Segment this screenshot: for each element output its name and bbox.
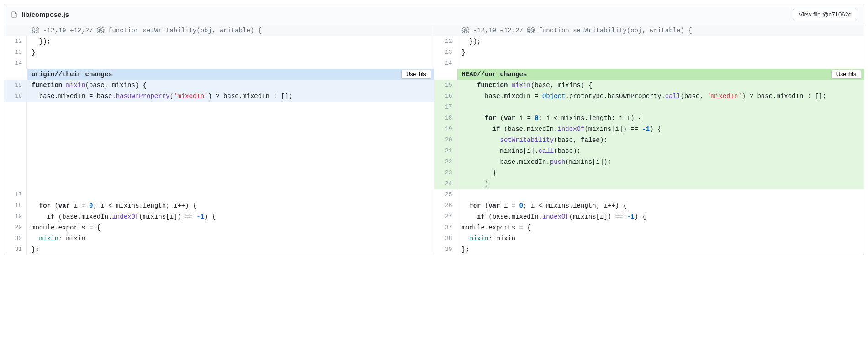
diff-row: 19 if (base.mixedIn.indexOf(mixins[i]) =… (4, 211, 434, 222)
code-cell: } (27, 47, 434, 58)
line-number: 31 (4, 244, 27, 255)
code-cell: } (457, 167, 864, 178)
line-number (434, 25, 457, 36)
code-cell (457, 189, 864, 200)
line-number: 22 (434, 156, 457, 167)
code-cell (27, 124, 434, 135)
line-number: 25 (434, 189, 457, 200)
line-number: 12 (4, 36, 27, 47)
code-cell (27, 102, 434, 113)
diff-row (4, 178, 434, 189)
code-cell (27, 135, 434, 146)
code-cell: for (var i = 0; i < mixins.length; i++) … (27, 200, 434, 211)
line-number: 19 (434, 124, 457, 135)
view-file-button[interactable]: View file @e71062d (793, 9, 857, 20)
code-cell: function mixin(base, mixins) { (457, 80, 864, 91)
diff-row: 18 for (var i = 0; i < mixins.length; i+… (4, 200, 434, 211)
line-number (4, 178, 27, 189)
diff-row: 16 base.mixedIn = Object.prototype.hasOw… (434, 91, 864, 102)
code-cell: module.exports = { (27, 222, 434, 233)
code-cell (27, 178, 434, 189)
diff-row: 26 for (var i = 0; i < mixins.length; i+… (434, 200, 864, 211)
code-cell: @@ -12,19 +12,27 @@ function setWritabil… (27, 25, 434, 36)
code-cell: for (var i = 0; i < mixins.length; i++) … (457, 113, 864, 124)
code-cell: if (base.mixedIn.indexOf(mixins[i]) == -… (27, 211, 434, 222)
line-number: 18 (434, 113, 457, 124)
code-cell: setWritability(base, false); (457, 135, 864, 146)
line-number (4, 156, 27, 167)
diff-side-right: @@ -12,19 +12,27 @@ function setWritabil… (434, 25, 864, 255)
diff-row: 24 } (434, 178, 864, 189)
file-icon (11, 11, 18, 18)
code-cell: } (457, 178, 864, 189)
line-number (4, 146, 27, 156)
code-cell: base.mixedIn = base.hasOwnProperty('mixe… (27, 91, 434, 102)
line-number: 15 (434, 80, 457, 91)
line-number: 13 (434, 47, 457, 58)
code-cell (27, 146, 434, 156)
line-number: 30 (4, 233, 27, 244)
line-number: 16 (4, 91, 27, 102)
code-cell: }; (27, 244, 434, 255)
use-this-button[interactable]: Use this (401, 70, 431, 79)
diff-row: @@ -12,19 +12,27 @@ function setWritabil… (4, 25, 434, 36)
diff-row: 14 (4, 58, 434, 69)
diff-row: 12 }); (4, 36, 434, 47)
line-number: 15 (4, 80, 27, 91)
code-cell: @@ -12,19 +12,27 @@ function setWritabil… (457, 25, 864, 36)
code-cell: mixins[i].call(base); (457, 146, 864, 156)
diff-row: 18 for (var i = 0; i < mixins.length; i+… (434, 113, 864, 124)
line-number: 39 (434, 244, 457, 255)
diff-row: 12 }); (434, 36, 864, 47)
line-number (4, 167, 27, 178)
line-number: 14 (434, 58, 457, 69)
code-cell: mixin: mixin (457, 233, 864, 244)
code-cell: base.mixedIn = Object.prototype.hasOwnPr… (457, 91, 864, 102)
line-number: 13 (4, 47, 27, 58)
code-cell: if (base.mixedIn.indexOf(mixins[i]) == -… (457, 124, 864, 135)
diff-row: 38 mixin: mixin (434, 233, 864, 244)
use-this-button[interactable]: Use this (831, 70, 861, 79)
line-number: 29 (4, 222, 27, 233)
diff-row: 14 (434, 58, 864, 69)
code-cell: } (457, 47, 864, 58)
line-number: 38 (434, 233, 457, 244)
diff-row: @@ -12,19 +12,27 @@ function setWritabil… (434, 25, 864, 36)
line-number: 26 (434, 200, 457, 211)
code-cell: function mixin(base, mixins) { (27, 80, 434, 91)
line-number: 16 (434, 91, 457, 102)
line-number: 18 (4, 200, 27, 211)
diff-row: 17 (4, 189, 434, 200)
code-cell: }; (457, 244, 864, 255)
diff-row: 25 (434, 189, 864, 200)
line-number: 24 (434, 178, 457, 189)
diff-row: 15 function mixin(base, mixins) { (434, 80, 864, 91)
file-path: lib/compose.js (21, 10, 69, 18)
line-number: 23 (434, 167, 457, 178)
diff-row: HEAD//our changesUse this (434, 69, 864, 80)
diff-row: 15function mixin(base, mixins) { (4, 80, 434, 91)
code-cell (27, 156, 434, 167)
diff-row (4, 102, 434, 113)
diff-row: 16 base.mixedIn = base.hasOwnProperty('m… (4, 91, 434, 102)
line-number: 20 (434, 135, 457, 146)
code-cell: base.mixedIn.push(mixins[i]); (457, 156, 864, 167)
diff-row: 30 mixin: mixin (4, 233, 434, 244)
conflict-label: HEAD//our changes (462, 69, 527, 80)
line-number (4, 113, 27, 124)
diff-side-left: @@ -12,19 +12,27 @@ function setWritabil… (4, 25, 434, 255)
diff-row: 37module.exports = { (434, 222, 864, 233)
code-cell: for (var i = 0; i < mixins.length; i++) … (457, 200, 864, 211)
code-cell (27, 189, 434, 200)
code-cell (457, 102, 864, 113)
diff-row: 13} (4, 47, 434, 58)
diff-row: 27 if (base.mixedIn.indexOf(mixins[i]) =… (434, 211, 864, 222)
diff-row: 29module.exports = { (4, 222, 434, 233)
diff-row (4, 135, 434, 146)
conflict-label: origin//their changes (32, 69, 112, 80)
diff-row: 23 } (434, 167, 864, 178)
diff-row (4, 146, 434, 156)
diff-row: 13} (434, 47, 864, 58)
line-number (4, 124, 27, 135)
line-number: 17 (434, 102, 457, 113)
